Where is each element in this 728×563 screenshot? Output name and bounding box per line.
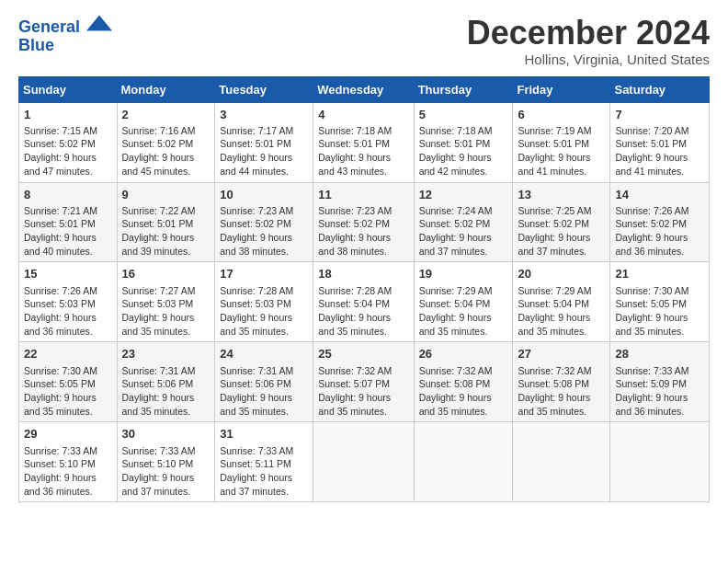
table-row: 20 Sunrise: 7:29 AM Sunset: 5:04 PM Dayl… — [513, 262, 610, 342]
table-row: 8 Sunrise: 7:21 AM Sunset: 5:01 PM Dayli… — [19, 182, 118, 262]
day-number: 13 — [518, 187, 605, 203]
daylight-text: Daylight: 9 hours and 44 minutes. — [220, 152, 292, 177]
sunset-text: Sunset: 5:02 PM — [518, 218, 589, 229]
logo-text: General — [18, 18, 112, 37]
table-row: 15 Sunrise: 7:26 AM Sunset: 5:03 PM Dayl… — [19, 262, 118, 342]
col-saturday: Saturday — [610, 76, 710, 102]
sunrise-text: Sunrise: 7:22 AM — [122, 205, 196, 216]
table-row — [513, 422, 610, 502]
table-row: 30 Sunrise: 7:33 AM Sunset: 5:10 PM Dayl… — [117, 422, 215, 502]
sunset-text: Sunset: 5:10 PM — [24, 458, 96, 469]
day-number: 22 — [24, 346, 112, 362]
sunset-text: Sunset: 5:01 PM — [318, 138, 390, 149]
day-number: 28 — [615, 346, 704, 362]
day-number: 18 — [318, 266, 408, 282]
sunset-text: Sunset: 5:01 PM — [518, 138, 589, 149]
sunrise-text: Sunrise: 7:29 AM — [419, 285, 493, 296]
daylight-text: Daylight: 9 hours and 35 minutes. — [122, 312, 195, 337]
daylight-text: Daylight: 9 hours and 43 minutes. — [318, 152, 391, 177]
logo-blue: Blue — [18, 37, 112, 55]
logo-icon — [86, 14, 112, 32]
daylight-text: Daylight: 9 hours and 47 minutes. — [24, 152, 97, 177]
table-row: 17 Sunrise: 7:28 AM Sunset: 5:03 PM Dayl… — [215, 262, 313, 342]
daylight-text: Daylight: 9 hours and 35 minutes. — [122, 392, 195, 417]
col-monday: Monday — [117, 76, 215, 102]
sunrise-text: Sunrise: 7:33 AM — [220, 445, 293, 456]
table-row: 4 Sunrise: 7:18 AM Sunset: 5:01 PM Dayli… — [313, 102, 414, 182]
day-number: 16 — [122, 266, 210, 282]
table-row: 28 Sunrise: 7:33 AM Sunset: 5:09 PM Dayl… — [610, 342, 710, 422]
day-number: 27 — [518, 346, 605, 362]
sunrise-text: Sunrise: 7:31 AM — [122, 365, 196, 376]
table-row: 21 Sunrise: 7:30 AM Sunset: 5:05 PM Dayl… — [610, 262, 710, 342]
sunset-text: Sunset: 5:07 PM — [318, 378, 390, 389]
sunrise-text: Sunrise: 7:18 AM — [318, 125, 392, 136]
day-number: 17 — [220, 266, 308, 282]
sunrise-text: Sunrise: 7:32 AM — [419, 365, 493, 376]
table-row: 3 Sunrise: 7:17 AM Sunset: 5:01 PM Dayli… — [215, 102, 313, 182]
table-row: 13 Sunrise: 7:25 AM Sunset: 5:02 PM Dayl… — [513, 182, 610, 262]
sunset-text: Sunset: 5:05 PM — [24, 378, 96, 389]
sunset-text: Sunset: 5:06 PM — [220, 378, 291, 389]
table-row: 23 Sunrise: 7:31 AM Sunset: 5:06 PM Dayl… — [117, 342, 215, 422]
sunset-text: Sunset: 5:02 PM — [24, 138, 96, 149]
sunrise-text: Sunrise: 7:26 AM — [24, 285, 97, 296]
sunrise-text: Sunrise: 7:29 AM — [518, 285, 591, 296]
table-row: 19 Sunrise: 7:29 AM Sunset: 5:04 PM Dayl… — [414, 262, 513, 342]
calendar-week-row: 22 Sunrise: 7:30 AM Sunset: 5:05 PM Dayl… — [19, 342, 710, 422]
logo-general: General — [18, 17, 80, 36]
sunset-text: Sunset: 5:01 PM — [419, 138, 491, 149]
table-row: 1 Sunrise: 7:15 AM Sunset: 5:02 PM Dayli… — [19, 102, 118, 182]
day-number: 24 — [220, 346, 308, 362]
daylight-text: Daylight: 9 hours and 36 minutes. — [615, 392, 688, 417]
sunset-text: Sunset: 5:01 PM — [615, 138, 687, 149]
calendar-week-row: 15 Sunrise: 7:26 AM Sunset: 5:03 PM Dayl… — [19, 262, 710, 342]
day-number: 8 — [24, 187, 112, 203]
calendar-table: Sunday Monday Tuesday Wednesday Thursday… — [18, 76, 710, 503]
table-row: 16 Sunrise: 7:27 AM Sunset: 5:03 PM Dayl… — [117, 262, 215, 342]
daylight-text: Daylight: 9 hours and 35 minutes. — [318, 392, 391, 417]
table-row: 26 Sunrise: 7:32 AM Sunset: 5:08 PM Dayl… — [414, 342, 513, 422]
table-row — [313, 422, 414, 502]
sunset-text: Sunset: 5:04 PM — [419, 298, 491, 309]
svg-marker-0 — [86, 16, 112, 31]
sunrise-text: Sunrise: 7:33 AM — [24, 445, 97, 456]
sunset-text: Sunset: 5:03 PM — [122, 298, 194, 309]
table-row: 5 Sunrise: 7:18 AM Sunset: 5:01 PM Dayli… — [414, 102, 513, 182]
daylight-text: Daylight: 9 hours and 37 minutes. — [122, 472, 195, 497]
sunset-text: Sunset: 5:04 PM — [518, 298, 589, 309]
sunrise-text: Sunrise: 7:16 AM — [122, 125, 196, 136]
sunrise-text: Sunrise: 7:28 AM — [220, 285, 293, 296]
sunset-text: Sunset: 5:06 PM — [122, 378, 194, 389]
daylight-text: Daylight: 9 hours and 35 minutes. — [24, 392, 97, 417]
sunrise-text: Sunrise: 7:33 AM — [122, 445, 196, 456]
calendar-week-row: 1 Sunrise: 7:15 AM Sunset: 5:02 PM Dayli… — [19, 102, 710, 182]
day-number: 23 — [122, 346, 210, 362]
daylight-text: Daylight: 9 hours and 35 minutes. — [220, 392, 292, 417]
table-row — [414, 422, 513, 502]
table-row: 24 Sunrise: 7:31 AM Sunset: 5:06 PM Dayl… — [215, 342, 313, 422]
sunrise-text: Sunrise: 7:30 AM — [615, 285, 688, 296]
calendar-week-row: 8 Sunrise: 7:21 AM Sunset: 5:01 PM Dayli… — [19, 182, 710, 262]
day-number: 25 — [318, 346, 408, 362]
day-number: 30 — [122, 426, 210, 442]
location: Hollins, Virginia, United States — [467, 52, 710, 67]
sunset-text: Sunset: 5:08 PM — [419, 378, 491, 389]
table-row: 12 Sunrise: 7:24 AM Sunset: 5:02 PM Dayl… — [414, 182, 513, 262]
daylight-text: Daylight: 9 hours and 36 minutes. — [615, 232, 688, 257]
daylight-text: Daylight: 9 hours and 37 minutes. — [518, 232, 590, 257]
daylight-text: Daylight: 9 hours and 41 minutes. — [615, 152, 688, 177]
sunrise-text: Sunrise: 7:27 AM — [122, 285, 196, 296]
sunrise-text: Sunrise: 7:17 AM — [220, 125, 293, 136]
table-row: 29 Sunrise: 7:33 AM Sunset: 5:10 PM Dayl… — [19, 422, 118, 502]
daylight-text: Daylight: 9 hours and 35 minutes. — [518, 392, 590, 417]
month-title: December 2024 — [467, 15, 710, 52]
col-thursday: Thursday — [414, 76, 513, 102]
sunset-text: Sunset: 5:02 PM — [615, 218, 687, 229]
day-number: 14 — [615, 187, 704, 203]
daylight-text: Daylight: 9 hours and 42 minutes. — [419, 152, 492, 177]
day-number: 12 — [419, 187, 508, 203]
sunset-text: Sunset: 5:03 PM — [24, 298, 96, 309]
daylight-text: Daylight: 9 hours and 37 minutes. — [220, 472, 292, 497]
day-number: 11 — [318, 187, 408, 203]
